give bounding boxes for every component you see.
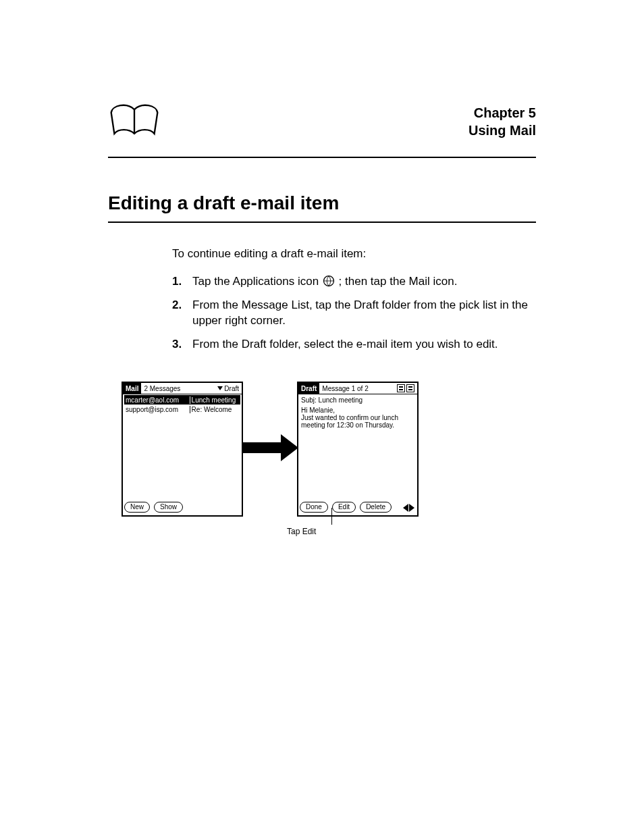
step-number: 3. bbox=[172, 337, 192, 353]
chapter-title: Using Mail bbox=[468, 123, 536, 138]
toolbar: Done Edit Delete bbox=[300, 500, 416, 514]
prev-next-arrows[interactable] bbox=[403, 504, 414, 512]
list-item[interactable]: mcarter@aol.com Lunch meeting bbox=[124, 395, 240, 405]
divider bbox=[108, 221, 536, 223]
callout-label: Tap Edit bbox=[287, 527, 316, 536]
app-name: Draft bbox=[298, 382, 319, 394]
step-1: 1. Tap the Applications icon ; then tap … bbox=[172, 274, 536, 290]
message-body: Subj: Lunch meeting Hi Melanie, Just wan… bbox=[301, 395, 414, 499]
subject-cell: Re: Welcome bbox=[190, 406, 240, 413]
edit-button[interactable]: Edit bbox=[332, 502, 356, 513]
screenshot-figures: Mail 2 Messages Draft mcarter@aol.com Lu… bbox=[122, 382, 540, 544]
step-3: 3. From the Draft folder, select the e-m… bbox=[172, 337, 536, 353]
draft-message-screen: Draft Message 1 of 2 Subj: Lunch meeting… bbox=[297, 382, 419, 517]
step-text: From the Draft folder, select the e-mail… bbox=[192, 337, 536, 353]
arrow-left-icon[interactable] bbox=[403, 504, 408, 512]
step-number: 2. bbox=[172, 298, 192, 329]
chevron-down-icon bbox=[217, 386, 223, 390]
book-icon bbox=[108, 101, 161, 142]
from-cell: mcarter@aol.com bbox=[124, 396, 190, 404]
app-name: Mail bbox=[123, 382, 141, 394]
step-text: Tap the Applications icon bbox=[192, 275, 322, 288]
step-2: 2. From the Message List, tap the Draft … bbox=[172, 298, 536, 329]
section-heading: Editing a draft e-mail item bbox=[108, 192, 536, 214]
applications-icon bbox=[322, 274, 336, 288]
message-count: 2 Messages bbox=[141, 385, 215, 392]
subject-cell: Lunch meeting bbox=[190, 396, 240, 404]
subject-value: Lunch meeting bbox=[319, 396, 363, 404]
new-button[interactable]: New bbox=[124, 502, 150, 513]
show-button[interactable]: Show bbox=[154, 502, 183, 513]
mail-list-screen: Mail 2 Messages Draft mcarter@aol.com Lu… bbox=[122, 382, 243, 517]
flow-arrow-icon bbox=[242, 434, 300, 461]
body-line: Just wanted to confirm our lunch meeting… bbox=[301, 414, 414, 429]
arrow-right-icon[interactable] bbox=[409, 504, 414, 512]
divider bbox=[108, 157, 536, 158]
subject-label: Subj: bbox=[301, 396, 317, 404]
titlebar: Draft Message 1 of 2 bbox=[298, 383, 417, 394]
body-line: Hi Melanie, bbox=[301, 407, 414, 414]
step-text: From the Message List, tap the Draft fol… bbox=[192, 298, 536, 329]
body-text: To continue editing a draft e-mail item:… bbox=[172, 246, 536, 361]
step-number: 1. bbox=[172, 274, 192, 290]
toolbar: New Show bbox=[124, 500, 240, 514]
header-icons[interactable] bbox=[397, 384, 417, 392]
picklist-value: Draft bbox=[224, 385, 239, 392]
titlebar: Mail 2 Messages Draft bbox=[123, 383, 242, 394]
list-item[interactable]: support@isp.com Re: Welcome bbox=[124, 405, 240, 414]
header-menu-icon[interactable] bbox=[406, 384, 414, 392]
folder-picklist[interactable]: Draft bbox=[215, 385, 242, 392]
message-position: Message 1 of 2 bbox=[319, 385, 397, 392]
page-header: Chapter 5 Using Mail bbox=[108, 101, 536, 145]
chapter-label: Chapter 5 bbox=[474, 105, 536, 121]
intro-line: To continue editing a draft e-mail item: bbox=[172, 246, 536, 262]
subject-line: Subj: Lunch meeting bbox=[301, 396, 414, 404]
step-text: ; then tap the Mail icon. bbox=[339, 275, 458, 288]
callout-leader bbox=[331, 508, 332, 525]
done-button[interactable]: Done bbox=[300, 502, 328, 513]
header-menu-icon[interactable] bbox=[397, 384, 405, 392]
delete-button[interactable]: Delete bbox=[360, 502, 392, 513]
message-list: mcarter@aol.com Lunch meeting support@is… bbox=[124, 395, 240, 499]
from-cell: support@isp.com bbox=[124, 406, 190, 413]
